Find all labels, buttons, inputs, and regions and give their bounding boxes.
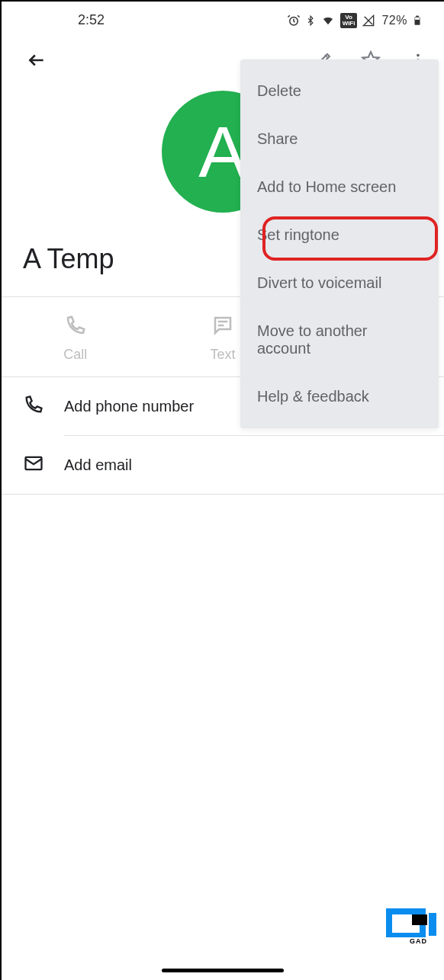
- divider: [2, 494, 444, 495]
- email-outline-icon: [23, 453, 44, 477]
- menu-move-account[interactable]: Move to another account: [240, 307, 439, 373]
- menu-delete[interactable]: Delete: [240, 67, 439, 115]
- svg-point-4: [417, 54, 420, 57]
- add-email-item[interactable]: Add email: [2, 436, 444, 494]
- menu-set-ringtone[interactable]: Set ringtone: [240, 211, 439, 259]
- phone-outline-icon: [23, 394, 44, 418]
- svg-rect-3: [415, 17, 420, 19]
- watermark-logo-icon: [386, 908, 426, 937]
- menu-add-home[interactable]: Add to Home screen: [240, 163, 439, 211]
- watermark-bar-icon: [429, 913, 436, 936]
- call-label: Call: [63, 347, 87, 363]
- svg-rect-2: [416, 15, 419, 17]
- bluetooth-icon: [305, 14, 316, 27]
- watermark-text: GAD: [410, 937, 427, 945]
- text-label: Text: [210, 347, 235, 363]
- status-bar: 2:52 Vo WiFi 72%: [2, 2, 444, 36]
- back-button[interactable]: [20, 43, 53, 77]
- signal-icon: [362, 14, 375, 27]
- add-email-label: Add email: [64, 456, 132, 474]
- status-time: 2:52: [78, 12, 105, 28]
- call-action[interactable]: Call: [2, 314, 149, 363]
- alarm-icon: [287, 14, 301, 27]
- menu-help-feedback[interactable]: Help & feedback: [240, 373, 439, 421]
- phone-icon: [64, 314, 87, 341]
- menu-divert-voicemail[interactable]: Divert to voicemail: [240, 259, 439, 307]
- battery-percent: 72%: [381, 14, 407, 27]
- vowifi-icon: Vo WiFi: [340, 13, 358, 28]
- overflow-menu: Delete Share Add to Home screen Set ring…: [240, 59, 439, 428]
- watermark: [386, 908, 436, 937]
- menu-share[interactable]: Share: [240, 115, 439, 163]
- wifi-icon: [320, 14, 336, 27]
- nav-indicator[interactable]: [162, 969, 284, 972]
- add-phone-label: Add phone number: [64, 398, 194, 415]
- text-icon: [211, 314, 234, 341]
- battery-icon: [412, 13, 423, 28]
- status-right-group: Vo WiFi 72%: [287, 13, 423, 28]
